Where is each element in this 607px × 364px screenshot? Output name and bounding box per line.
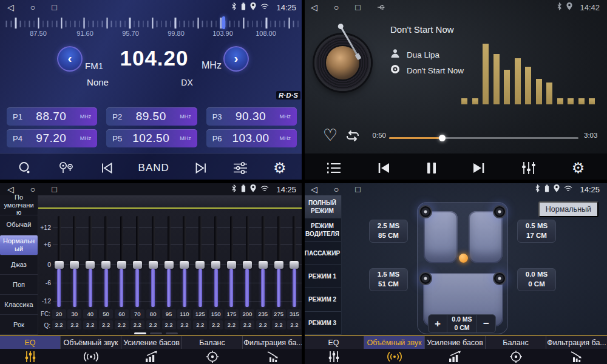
radio-preset-button[interactable]: P497.20MHz: [7, 129, 97, 147]
tab-bass-boost[interactable]: Усиление басов: [425, 336, 486, 364]
dx-mode-label[interactable]: DX: [174, 78, 200, 87]
recents-icon[interactable]: □: [52, 185, 56, 194]
surround-mode-item[interactable]: ПОЛНЫЙ РЕЖИМ: [304, 195, 341, 218]
eq-band-slider[interactable]: [117, 216, 126, 307]
eq-band-slider[interactable]: [101, 216, 111, 307]
surround-mode-item[interactable]: ПАССАЖИР: [304, 242, 341, 265]
tab-crossover-filter[interactable]: Фильтрация ба...: [243, 336, 304, 364]
slider-knob[interactable]: [259, 261, 268, 269]
eq-band-slider[interactable]: [70, 216, 80, 307]
audio-settings-icon[interactable]: [231, 160, 249, 176]
radio-preset-button[interactable]: P188.70MHz: [7, 107, 97, 126]
seek-down-button[interactable]: ‹: [57, 46, 83, 72]
slider-knob[interactable]: [243, 261, 252, 269]
tab-crossover-filter[interactable]: Фильтрация ба...: [546, 336, 607, 364]
front-left-delay-button[interactable]: 2.5 MS85 CM: [369, 220, 408, 243]
recents-icon[interactable]: □: [355, 3, 360, 12]
settings-gear-icon[interactable]: ⚙: [272, 160, 288, 177]
back-icon[interactable]: ◁: [7, 3, 14, 12]
home-icon[interactable]: ○: [334, 3, 339, 12]
eq-preset-item[interactable]: Обычай: [0, 215, 38, 235]
sound-profile-badge[interactable]: Нормальный: [538, 201, 599, 217]
previous-track-icon[interactable]: [375, 161, 392, 175]
slider-knob[interactable]: [117, 261, 126, 269]
surround-mode-item[interactable]: РЕЖИМ ВОДИТЕЛЯ: [304, 218, 341, 241]
radio-preset-button[interactable]: P390.30MHz: [206, 107, 297, 126]
playlist-icon[interactable]: [325, 161, 343, 175]
seek-up-button[interactable]: ›: [223, 46, 249, 72]
tab-bass-boost[interactable]: Усиление басов: [121, 336, 182, 364]
back-icon[interactable]: ◁: [311, 3, 317, 12]
slider-knob[interactable]: [211, 261, 220, 269]
tab-eq[interactable]: EQ: [304, 336, 364, 364]
band-button[interactable]: BAND: [137, 161, 171, 175]
eq-band-slider[interactable]: [180, 216, 189, 307]
eq-band-slider[interactable]: [242, 216, 252, 307]
search-icon[interactable]: [16, 160, 33, 177]
slider-knob[interactable]: [180, 261, 189, 269]
eq-preset-item[interactable]: По умолчанию: [0, 195, 38, 215]
radio-preset-button[interactable]: P5102.50MHz: [106, 129, 197, 147]
band-label[interactable]: FM1: [85, 61, 103, 71]
eq-band-slider[interactable]: [164, 216, 174, 307]
rear-left-delay-button[interactable]: 1.5 MS51 CM: [369, 268, 408, 291]
tab-surround[interactable]: Объёмный звук: [364, 336, 425, 364]
delay-decrease-button[interactable]: −: [477, 315, 495, 332]
settings-gear-icon[interactable]: ⚙: [571, 160, 586, 177]
eq-preset-item[interactable]: Поп: [0, 275, 38, 295]
slider-knob[interactable]: [195, 261, 205, 269]
pause-icon[interactable]: [425, 160, 438, 176]
slider-knob[interactable]: [290, 261, 299, 269]
next-track-icon[interactable]: [470, 161, 487, 175]
surround-mode-item[interactable]: РЕЖИМ 3: [304, 312, 341, 335]
home-icon[interactable]: ○: [30, 3, 35, 12]
radio-preset-button[interactable]: P289.50MHz: [106, 107, 197, 126]
eq-band-slider[interactable]: [54, 216, 64, 307]
eq-preset-item[interactable]: Нормальный: [0, 235, 38, 255]
slider-knob[interactable]: [164, 261, 174, 269]
surround-mode-item[interactable]: РЕЖИМ 2: [304, 288, 341, 311]
eq-band-slider[interactable]: [132, 216, 142, 307]
recents-icon[interactable]: □: [52, 3, 56, 12]
slider-knob[interactable]: [227, 261, 236, 269]
favorite-heart-icon[interactable]: ♡: [319, 126, 341, 144]
eq-band-slider[interactable]: [274, 216, 283, 307]
listener-position-dot[interactable]: [459, 254, 468, 263]
eq-band-slider[interactable]: [211, 216, 221, 307]
eq-band-slider[interactable]: [148, 216, 158, 307]
rear-right-delay-button[interactable]: 0.0 MS0 CM: [517, 268, 556, 291]
eq-band-slider[interactable]: [226, 216, 236, 307]
slider-knob[interactable]: [101, 261, 110, 269]
home-icon[interactable]: ○: [334, 185, 339, 194]
broadcast-icon[interactable]: [56, 160, 76, 177]
slider-knob[interactable]: [274, 261, 283, 269]
progress-thumb[interactable]: [439, 135, 446, 141]
eq-preset-item[interactable]: Классика: [0, 295, 38, 315]
tab-eq[interactable]: EQ: [0, 336, 61, 364]
eq-band-slider[interactable]: [86, 216, 95, 307]
repeat-icon[interactable]: [344, 129, 361, 144]
equalizer-icon[interactable]: [520, 160, 538, 177]
slider-knob[interactable]: [149, 261, 158, 269]
surround-mode-item[interactable]: РЕЖИМ 1: [304, 265, 341, 288]
slider-knob[interactable]: [55, 261, 64, 269]
eq-band-slider[interactable]: [258, 216, 268, 307]
eq-preset-item[interactable]: Рок: [0, 315, 38, 335]
front-right-delay-button[interactable]: 0.5 MS17 CM: [517, 220, 556, 243]
eq-preset-item[interactable]: Джаз: [0, 255, 38, 275]
delay-increase-button[interactable]: +: [429, 315, 447, 332]
radio-preset-button[interactable]: P6103.00MHz: [206, 129, 297, 147]
slider-knob[interactable]: [70, 261, 79, 269]
eq-band-slider[interactable]: [290, 216, 299, 307]
tab-surround[interactable]: Объёмный звук: [61, 336, 121, 364]
tab-balance[interactable]: Баланс: [182, 336, 243, 364]
eq-band-slider[interactable]: [195, 216, 205, 307]
slider-knob[interactable]: [86, 261, 95, 269]
home-icon[interactable]: ○: [30, 185, 35, 194]
previous-icon[interactable]: [99, 161, 115, 175]
frequency-scale[interactable]: 87.5091.6095.7099.80103.90108.00: [4, 16, 300, 38]
tab-balance[interactable]: Баланс: [486, 336, 546, 364]
next-icon[interactable]: [193, 161, 209, 175]
slider-knob[interactable]: [133, 261, 142, 269]
recents-icon[interactable]: □: [355, 185, 360, 194]
